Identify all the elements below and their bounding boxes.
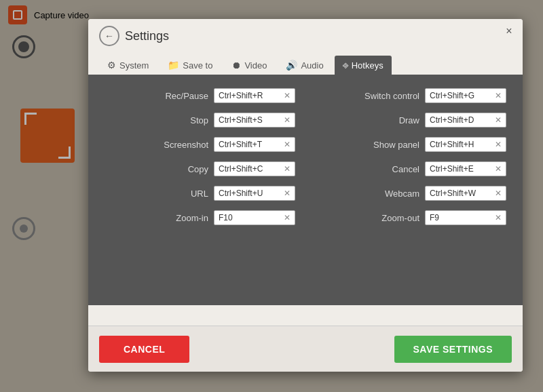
showpanel-value: Ctrl+Shift+H [430, 140, 492, 149]
copy-label: Copy [154, 164, 208, 174]
draw-input[interactable]: Ctrl+Shift+D ✕ [425, 113, 506, 128]
back-button[interactable]: ← [99, 26, 119, 46]
close-button[interactable]: × [502, 24, 516, 38]
video-icon: ⏺ [231, 60, 241, 71]
tab-hotkeys[interactable]: ⎆ Hotkeys [335, 56, 392, 75]
save-settings-button[interactable]: SAVE SETTINGS [394, 336, 512, 363]
tab-video-label: Video [244, 60, 267, 71]
zoomout-clear-icon[interactable]: ✕ [495, 214, 502, 222]
tab-system[interactable]: ⚙ System [99, 56, 157, 75]
zoomin-value: F10 [219, 213, 281, 222]
hotkeys-grid: Rec/Pause Ctrl+Shift+R ✕ Switch control … [105, 88, 506, 225]
recpause-clear-icon[interactable]: ✕ [284, 92, 291, 100]
screenshot-value: Ctrl+Shift+T [219, 140, 281, 149]
webcam-value: Ctrl+Shift+W [430, 189, 492, 198]
webcam-clear-icon[interactable]: ✕ [495, 189, 502, 197]
cancel-hk-label: Cancel [365, 164, 419, 174]
hotkey-row-switchcontrol: Switch control Ctrl+Shift+G ✕ [316, 88, 506, 103]
stop-label: Stop [154, 115, 208, 125]
modal-header: ← Settings [88, 19, 523, 53]
hotkey-row-webcam: Webcam Ctrl+Shift+W ✕ [316, 186, 506, 201]
url-value: Ctrl+Shift+U [219, 189, 281, 198]
hotkey-row-zoomin: Zoom-in F10 ✕ [105, 210, 295, 225]
url-label: URL [154, 189, 208, 199]
switchcontrol-label: Switch control [364, 91, 419, 101]
url-input[interactable]: Ctrl+Shift+U ✕ [214, 186, 295, 201]
stop-clear-icon[interactable]: ✕ [284, 116, 291, 124]
draw-clear-icon[interactable]: ✕ [495, 116, 502, 124]
audio-icon: 🔊 [286, 60, 297, 71]
showpanel-input[interactable]: Ctrl+Shift+H ✕ [425, 137, 506, 152]
switchcontrol-clear-icon[interactable]: ✕ [495, 92, 502, 100]
hotkey-row-recpause: Rec/Pause Ctrl+Shift+R ✕ [105, 88, 295, 103]
tab-hotkeys-label: Hotkeys [352, 60, 383, 71]
hotkeys-content: Rec/Pause Ctrl+Shift+R ✕ Switch control … [88, 75, 523, 305]
hotkey-row-draw: Draw Ctrl+Shift+D ✕ [316, 113, 506, 128]
webcam-input[interactable]: Ctrl+Shift+W ✕ [425, 186, 506, 201]
tab-saveto-label: Save to [183, 60, 212, 71]
recpause-label: Rec/Pause [154, 91, 208, 101]
copy-clear-icon[interactable]: ✕ [284, 165, 291, 173]
hotkey-row-copy: Copy Ctrl+Shift+C ✕ [105, 161, 295, 176]
hotkeys-icon: ⎆ [343, 60, 348, 71]
url-clear-icon[interactable]: ✕ [284, 189, 291, 197]
zoomout-value: F9 [430, 213, 492, 222]
recpause-input[interactable]: Ctrl+Shift+R ✕ [214, 88, 295, 103]
cancel-button[interactable]: CANCEL [99, 336, 189, 363]
switchcontrol-value: Ctrl+Shift+G [430, 91, 492, 100]
saveto-icon: 📁 [168, 60, 179, 71]
copy-value: Ctrl+Shift+C [219, 164, 281, 174]
screenshot-input[interactable]: Ctrl+Shift+T ✕ [214, 137, 295, 152]
showpanel-clear-icon[interactable]: ✕ [495, 140, 502, 149]
switchcontrol-input[interactable]: Ctrl+Shift+G ✕ [425, 88, 506, 103]
tab-video[interactable]: ⏺ Video [223, 56, 275, 75]
hotkey-row-cancel: Cancel Ctrl+Shift+E ✕ [316, 161, 506, 176]
tab-audio-label: Audio [301, 60, 323, 71]
hotkey-row-stop: Stop Ctrl+Shift+S ✕ [105, 113, 295, 128]
tab-audio[interactable]: 🔊 Audio [278, 56, 331, 75]
zoomin-label: Zoom-in [154, 213, 208, 223]
draw-value: Ctrl+Shift+D [430, 115, 492, 125]
settings-modal: × ← Settings ⚙ System 📁 Save to ⏺ Video … [88, 19, 523, 372]
cancel-hk-clear-icon[interactable]: ✕ [495, 165, 502, 173]
zoomout-label: Zoom-out [365, 213, 419, 223]
modal-title: Settings [125, 29, 169, 43]
zoomout-input[interactable]: F9 ✕ [425, 210, 506, 225]
cancel-hk-value: Ctrl+Shift+E [430, 164, 492, 174]
hotkey-row-url: URL Ctrl+Shift+U ✕ [105, 186, 295, 201]
hotkey-row-zoomout: Zoom-out F9 ✕ [316, 210, 506, 225]
stop-input[interactable]: Ctrl+Shift+S ✕ [214, 113, 295, 128]
tab-system-label: System [119, 60, 149, 71]
modal-footer: CANCEL SAVE SETTINGS [88, 326, 523, 372]
tab-save-to[interactable]: 📁 Save to [160, 56, 221, 75]
draw-label: Draw [365, 115, 419, 125]
showpanel-label: Show panel [365, 140, 419, 150]
screenshot-clear-icon[interactable]: ✕ [284, 140, 291, 149]
cancel-hk-input[interactable]: Ctrl+Shift+E ✕ [425, 161, 506, 176]
hotkey-row-screenshot: Screenshot Ctrl+Shift+T ✕ [105, 137, 295, 152]
copy-input[interactable]: Ctrl+Shift+C ✕ [214, 161, 295, 176]
hotkey-row-showpanel: Show panel Ctrl+Shift+H ✕ [316, 137, 506, 152]
recpause-value: Ctrl+Shift+R [219, 91, 281, 100]
tabs-bar: ⚙ System 📁 Save to ⏺ Video 🔊 Audio ⎆ Hot… [88, 53, 523, 75]
webcam-label: Webcam [365, 189, 419, 199]
screenshot-label: Screenshot [154, 140, 208, 150]
zoomin-clear-icon[interactable]: ✕ [284, 214, 291, 222]
zoomin-input[interactable]: F10 ✕ [214, 210, 295, 225]
stop-value: Ctrl+Shift+S [219, 115, 281, 125]
system-icon: ⚙ [107, 60, 116, 71]
